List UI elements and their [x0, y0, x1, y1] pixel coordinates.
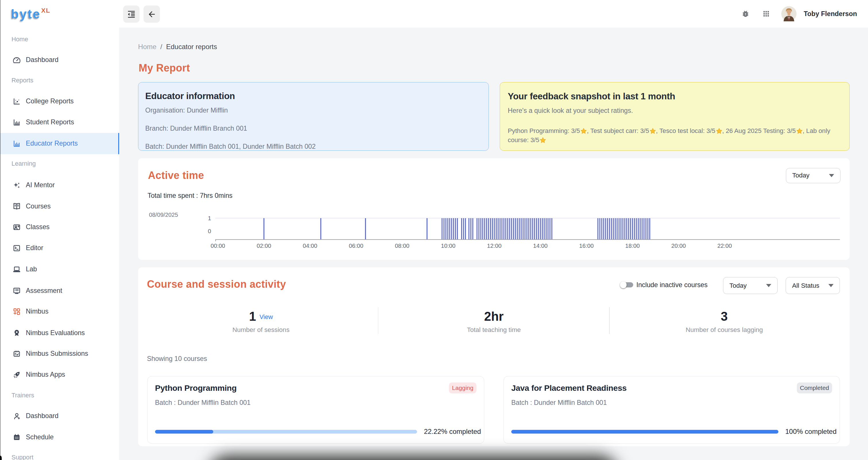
- svg-text:12:00: 12:00: [487, 243, 502, 249]
- svg-text:04:00: 04:00: [303, 243, 317, 249]
- svg-text:06:00: 06:00: [349, 243, 364, 249]
- svg-text:14:00: 14:00: [533, 243, 548, 249]
- svg-text:08:00: 08:00: [395, 243, 410, 249]
- svg-text:10:00: 10:00: [441, 243, 456, 249]
- svg-text:00:00: 00:00: [211, 243, 225, 249]
- svg-text:22:00: 22:00: [718, 243, 732, 249]
- svg-text:16:00: 16:00: [579, 243, 594, 249]
- svg-text:18:00: 18:00: [625, 243, 640, 249]
- svg-text:20:00: 20:00: [671, 243, 686, 249]
- svg-text:02:00: 02:00: [257, 243, 272, 249]
